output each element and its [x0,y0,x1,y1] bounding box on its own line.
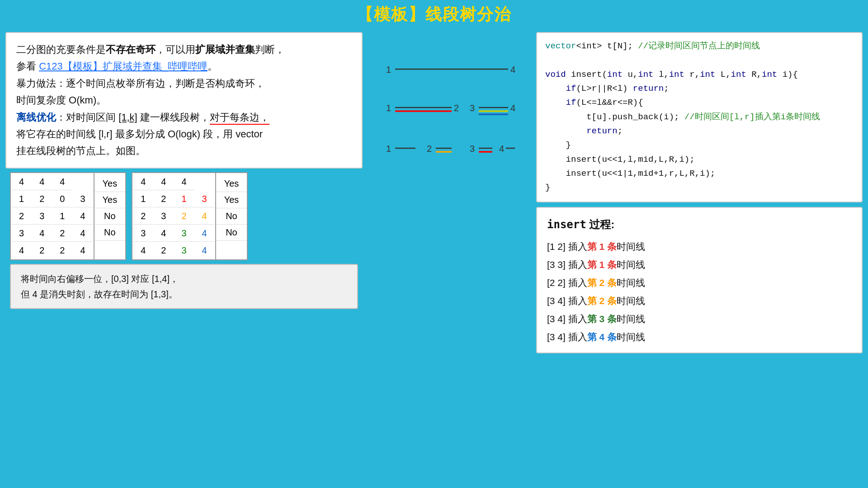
code-line5: if(L<=l&&r<=R){ [545,96,854,110]
desc-line3: 暴力做法：逐个时间点枚举所有边，判断是否构成奇环， [16,75,352,92]
desc-line4: 时间复杂度 O(km)。 [16,92,352,108]
table-row: 2314 [12,208,93,225]
table2: 444 1213 2324 3434 4234 [132,172,248,260]
code-line4: if(L>r||R<l) return; [545,82,854,96]
code-line8: } [545,138,854,152]
desc-line1: 二分图的充要条件是不存在奇环，可以用扩展域并查集判断， [16,41,352,58]
code-box: vector<int> t[N]; //记录时间区间节点上的时间线 void i… [536,32,863,202]
code-line6: t[u].push_back(i); //时间区间[l,r]插入第i条时间线 [545,110,854,124]
code-line7: return; [545,124,854,138]
table2-data: 444 1213 2324 3434 4234 [132,173,216,259]
svg-text:4: 4 [510,65,515,75]
desc-line5c: 挂在线段树的节点上。如图。 [16,142,352,159]
code-line3: void insert(int u,int l,int r,int L,int … [545,68,854,82]
svg-text:2: 2 [454,103,459,113]
desc-line2: 参看 C123【模板】扩展域并查集_哔哩哔哩。 [16,58,352,75]
table1-data: 444 1203 2314 3424 4224 [11,173,94,259]
insert-row-1: [1 2] 插入第 1 条时间线 [547,238,852,256]
code-line11: } [545,181,854,195]
table-row: 3424 [12,225,93,242]
code-line1: vector<int> t[N]; //记录时间区间节点上的时间线 [545,39,854,53]
svg-text:1: 1 [386,65,391,75]
table-row: 2324 [133,208,214,225]
svg-text:3: 3 [470,103,475,113]
svg-text:1: 1 [386,103,391,113]
external-link[interactable]: C123【模板】扩展域并查集_哔哩哔哩 [39,61,208,72]
insert-row-2: [3 3] 插入第 1 条时间线 [547,256,852,274]
svg-text:4: 4 [510,103,515,113]
desc-line5a: 离线优化：对时间区间 [1,k] 建一棵线段树，对于每条边， [16,109,352,126]
diagram-column: 1 4 1 2 3 4 1 2 3 [368,32,531,486]
note-line1: 将时间向右偏移一位，[0,3] 对应 [1,4]， [21,271,347,286]
description-box: 二分图的充要条件是不存在奇环，可以用扩展域并查集判断， 参看 C123【模板】扩… [5,32,363,169]
table-row: 4234 [133,243,214,258]
insert-row-6: [3 4] 插入第 4 条时间线 [547,328,852,346]
code-line10: insert(u<<1|1,mid+1,r,L,R,i); [545,167,854,181]
page-title: 【模板】线段树分治 [0,4,868,26]
table-row: 1203 [12,191,93,207]
table-row: 444 [133,174,214,190]
tables-area: 444 1203 2314 3424 4224 [5,172,363,260]
table-row: 444 [12,174,93,190]
table-row: 3434 [133,225,214,242]
insert-row-3: [2 2] 插入第 2 条时间线 [547,274,852,292]
note-box: 将时间向右偏移一位，[0,3] 对应 [1,4]， 但 4 是消失时刻，故存在时… [10,264,358,309]
svg-text:1: 1 [386,144,391,154]
table2-yn: Yes Yes No No [216,173,247,259]
svg-text:3: 3 [470,144,475,154]
table1: 444 1203 2314 3424 4224 [10,172,126,260]
title-bar: 【模板】线段树分治 [0,0,868,28]
insert-process-box: insert 过程: [1 2] 插入第 1 条时间线 [3 3] 插入第 1 … [536,207,863,353]
svg-text:4: 4 [499,144,504,154]
svg-text:2: 2 [427,144,432,154]
note-line2: 但 4 是消失时刻，故存在时间为 [1,3]。 [21,286,347,302]
table-row: 1213 [133,191,214,207]
insert-row-4: [3 4] 插入第 2 条时间线 [547,292,852,310]
table1-yn: Yes Yes No No [94,173,126,259]
table-row: 4224 [12,243,93,258]
code-line9: insert(u<<1,l,mid,L,R,i); [545,153,854,167]
right-column: vector<int> t[N]; //记录时间区间节点上的时间线 void i… [536,32,863,486]
left-column: 二分图的充要条件是不存在奇环，可以用扩展域并查集判断， 参看 C123【模板】扩… [5,32,363,486]
insert-row-5: [3 4] 插入第 3 条时间线 [547,310,852,328]
segment-tree-diagram: 1 4 1 2 3 4 1 2 3 [373,59,526,213]
desc-line5b: 将它存在的时间线 [l,r] 最多划分成 O(logk) 段，用 vector [16,126,352,142]
insert-title: insert 过程: [547,214,852,235]
